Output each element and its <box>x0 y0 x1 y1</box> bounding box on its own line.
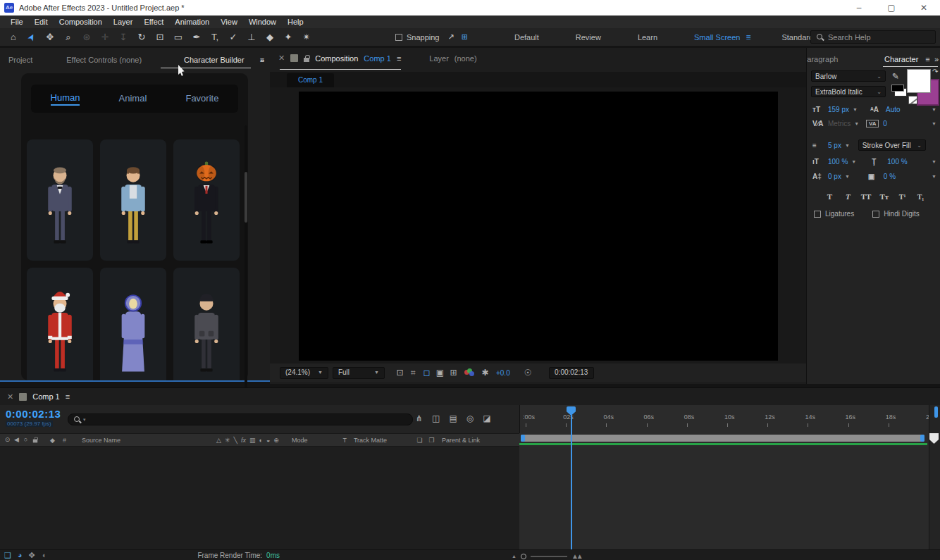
menu-view[interactable]: View <box>216 18 242 26</box>
snail-icon[interactable]: ◖ <box>42 551 47 560</box>
eyedropper-icon[interactable]: ✐ <box>890 73 900 80</box>
no-fill-swatch[interactable] <box>908 96 917 104</box>
faux-bold-button[interactable]: T <box>822 192 837 201</box>
parent-pickwhip-icon[interactable]: ❏ <box>415 437 424 444</box>
pan-camera-tool[interactable]: ✛ <box>97 30 113 44</box>
timeline-search-box[interactable]: ▾ <box>68 413 413 425</box>
character-santa-claus[interactable] <box>27 268 93 380</box>
character-woman-purple-hijab[interactable] <box>100 268 166 380</box>
workspace-menu-icon[interactable]: ≡ <box>746 32 750 42</box>
frame-blend-icon[interactable]: ▥ <box>249 437 256 444</box>
menu-composition[interactable]: Composition <box>54 18 107 26</box>
current-time-field[interactable]: 0:00:02:13 <box>6 408 61 420</box>
tracking-dropdown-arrow[interactable]: ▼ <box>932 121 936 126</box>
tab-character-builder[interactable]: Character Builder <box>174 56 254 64</box>
label-icon[interactable]: ◆ <box>48 437 57 444</box>
track-area[interactable] <box>519 447 929 549</box>
composition-viewport[interactable] <box>299 92 778 361</box>
workspace-learn[interactable]: Learn <box>619 33 676 42</box>
frame-blending-icon[interactable]: ▤ <box>449 413 457 423</box>
track-matte-header[interactable]: Track Matte <box>354 437 387 444</box>
search-help-box[interactable]: Search Help <box>810 30 936 44</box>
subscript-button[interactable]: T₁ <box>913 193 928 201</box>
solo-icon[interactable]: ○ <box>21 436 30 444</box>
comp-subtab[interactable]: Comp 1 <box>287 73 334 87</box>
right-panel-overflow[interactable]: » <box>934 55 937 63</box>
font-style-dropdown[interactable]: ExtraBold Italic⌄ <box>811 86 886 97</box>
pen-tool[interactable]: ✒ <box>189 30 204 44</box>
3d-icon[interactable]: ⊕ <box>273 437 279 444</box>
category-tab-animal[interactable]: Animal <box>119 93 147 105</box>
motion-blur-switch-icon[interactable]: ◐ <box>259 437 262 444</box>
horizontal-scale-arrow[interactable]: ▼ <box>932 159 936 164</box>
mask-visibility-icon[interactable]: ◻ <box>420 368 433 378</box>
eraser-tool[interactable]: ◆ <box>262 30 278 44</box>
mode-header[interactable]: Mode <box>292 437 308 444</box>
source-name-header[interactable]: Source Name <box>82 437 120 444</box>
zoom-tool[interactable]: ⌕ <box>61 30 76 44</box>
menu-file[interactable]: File <box>6 18 28 26</box>
minimize-button[interactable]: – <box>843 0 875 15</box>
workspace-small-screen[interactable]: Small Screen <box>676 33 746 42</box>
tsume-arrow[interactable]: ▼ <box>932 174 936 179</box>
vertical-scale-value[interactable]: 100 % <box>828 158 848 166</box>
collapse-icon[interactable]: ✳ <box>225 437 230 444</box>
magnification-dropdown[interactable]: (24.1%)▼ <box>280 367 328 379</box>
audio-icon[interactable]: ◀ <box>12 436 21 444</box>
rotation-tool[interactable]: ↻ <box>134 30 149 44</box>
brush-tool[interactable]: ✓ <box>225 30 241 44</box>
tab-composition[interactable]: Composition <box>315 54 358 63</box>
menu-layer[interactable]: Layer <box>109 18 138 26</box>
video-eye-icon[interactable]: ⊙ <box>3 436 12 444</box>
render-flag-icon[interactable]: ❑ <box>4 551 11 560</box>
clone-stamp-tool[interactable]: ⊥ <box>244 30 259 44</box>
layer-list-area[interactable] <box>0 447 519 549</box>
all-caps-button[interactable]: TT <box>859 192 874 201</box>
menu-effect[interactable]: Effect <box>139 18 168 26</box>
fill-color-swatch[interactable] <box>907 69 931 93</box>
region-of-interest-icon[interactable]: ⊡ <box>393 368 407 378</box>
horizontal-scale-value[interactable]: 100 % <box>887 158 907 166</box>
snapping-checkbox[interactable] <box>395 34 402 41</box>
work-area-start-handle[interactable] <box>521 435 525 442</box>
workspace-review[interactable]: Review <box>557 33 619 42</box>
small-caps-button[interactable]: Tᴛ <box>877 192 891 201</box>
character-pumpkin-head-man-black-suit[interactable] <box>173 139 240 261</box>
left-panel-overflow[interactable]: » <box>260 56 263 64</box>
layer-number-header[interactable]: # <box>63 437 66 444</box>
viewer-timecode[interactable]: 0:00:02:13 <box>549 367 594 379</box>
kerning-value[interactable]: Metrics <box>828 120 851 127</box>
exposure-reset-icon[interactable]: ✱ <box>478 368 492 378</box>
lock-icon[interactable] <box>304 58 309 62</box>
timeline-zoom-control[interactable]: ▲ ▲▲ <box>512 552 581 560</box>
draft-3d-icon[interactable]: ◫ <box>432 413 440 423</box>
zoom-slider-track[interactable] <box>531 556 567 557</box>
baseline-shift-arrow[interactable]: ▼ <box>845 174 850 179</box>
snap-grid-icon[interactable]: ⊞ <box>462 32 468 42</box>
view-layout-icon[interactable]: ⊞ <box>447 368 460 378</box>
zoom-in-mountain-icon[interactable]: ▲▲ <box>571 552 581 560</box>
vertical-scale-arrow[interactable]: ▼ <box>851 159 856 164</box>
parent-box-icon[interactable]: ❐ <box>427 437 436 444</box>
tab-project[interactable]: Project <box>0 56 42 64</box>
work-area-end-handle[interactable] <box>920 435 924 442</box>
kerning-dropdown-arrow[interactable]: ▼ <box>854 121 859 126</box>
composition-mini-flowchart-icon[interactable]: ⋔ <box>416 413 423 423</box>
stroke-width-value[interactable]: 5 px <box>828 142 841 149</box>
close-button[interactable]: ✕ <box>908 0 940 15</box>
menu-edit[interactable]: Edit <box>30 18 53 26</box>
shy-icon[interactable]: △ <box>216 437 221 444</box>
stroke-width-dropdown-arrow[interactable]: ▼ <box>845 143 850 148</box>
region-icon[interactable]: ▣ <box>433 368 447 378</box>
font-family-dropdown[interactable]: Barlow⌄ <box>811 70 886 82</box>
timeline-menu-icon[interactable]: ≡ <box>66 392 70 401</box>
shape-tool[interactable]: ▭ <box>171 30 186 44</box>
vertical-scrollbar[interactable] <box>934 406 938 418</box>
zoom-out-mountain-icon[interactable]: ▲ <box>512 554 517 559</box>
menu-window[interactable]: Window <box>244 18 281 26</box>
fx-icon[interactable]: fx <box>241 437 246 444</box>
font-size-dropdown-arrow[interactable]: ▼ <box>853 107 858 112</box>
maximize-button[interactable]: ▢ <box>875 0 908 15</box>
baseline-shift-value[interactable]: 0 px <box>828 173 841 180</box>
font-size-value[interactable]: 159 px <box>828 106 849 113</box>
